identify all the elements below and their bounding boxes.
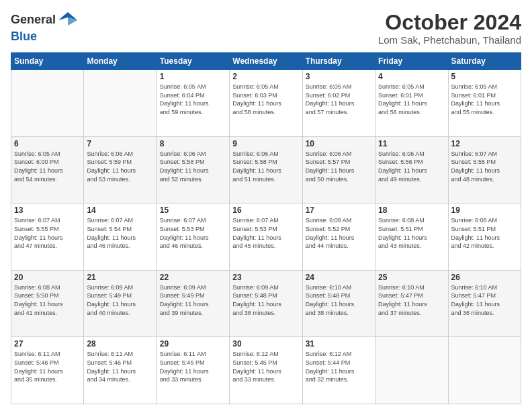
day-info-13: Sunrise: 6:07 AM Sunset: 5:55 PM Dayligh…: [14, 216, 81, 250]
day-info-3: Sunrise: 6:05 AM Sunset: 6:02 PM Dayligh…: [306, 83, 372, 116]
header: General Blue October 2024 Lom Sak, Phetc…: [11, 11, 521, 46]
logo: General Blue: [11, 11, 77, 44]
day-number-16: 16: [232, 205, 299, 215]
day-cell-4-0: 27Sunrise: 6:11 AM Sunset: 5:46 PM Dayli…: [11, 337, 84, 404]
col-thursday: Thursday: [302, 53, 375, 70]
day-cell-0-3: 2Sunrise: 6:05 AM Sunset: 6:03 PM Daylig…: [230, 70, 302, 137]
calendar-table: Sunday Monday Tuesday Wednesday Thursday…: [11, 52, 521, 404]
day-number-3: 3: [306, 72, 372, 81]
day-info-10: Sunrise: 6:06 AM Sunset: 5:57 PM Dayligh…: [306, 150, 372, 183]
day-cell-1-1: 7Sunrise: 6:06 AM Sunset: 5:59 PM Daylig…: [84, 136, 157, 203]
day-cell-1-4: 10Sunrise: 6:06 AM Sunset: 5:57 PM Dayli…: [302, 136, 375, 203]
day-info-19: Sunrise: 6:08 AM Sunset: 5:51 PM Dayligh…: [451, 216, 518, 250]
day-info-4: Sunrise: 6:05 AM Sunset: 6:01 PM Dayligh…: [378, 83, 445, 116]
day-cell-4-4: 31Sunrise: 6:12 AM Sunset: 5:44 PM Dayli…: [302, 337, 375, 404]
day-info-2: Sunrise: 6:05 AM Sunset: 6:03 PM Dayligh…: [232, 83, 299, 116]
col-wednesday: Wednesday: [230, 53, 302, 70]
week-row-1: 6Sunrise: 6:05 AM Sunset: 6:00 PM Daylig…: [11, 136, 521, 203]
day-cell-4-2: 29Sunrise: 6:11 AM Sunset: 5:45 PM Dayli…: [157, 337, 229, 404]
day-info-28: Sunrise: 6:11 AM Sunset: 5:46 PM Dayligh…: [87, 350, 153, 383]
day-number-31: 31: [306, 339, 372, 349]
day-cell-3-6: 26Sunrise: 6:10 AM Sunset: 5:47 PM Dayli…: [448, 270, 521, 337]
day-info-8: Sunrise: 6:06 AM Sunset: 5:58 PM Dayligh…: [160, 150, 226, 183]
day-info-30: Sunrise: 6:12 AM Sunset: 5:45 PM Dayligh…: [232, 350, 299, 383]
title-block: October 2024 Lom Sak, Phetchabun, Thaila…: [378, 11, 521, 46]
logo-bird-icon: [58, 11, 77, 30]
day-cell-2-0: 13Sunrise: 6:07 AM Sunset: 5:55 PM Dayli…: [11, 203, 84, 271]
calendar-header-row: Sunday Monday Tuesday Wednesday Thursday…: [11, 53, 521, 70]
day-info-25: Sunrise: 6:10 AM Sunset: 5:47 PM Dayligh…: [378, 283, 445, 317]
day-number-17: 17: [306, 205, 372, 215]
day-number-5: 5: [451, 72, 518, 81]
day-info-12: Sunrise: 6:07 AM Sunset: 5:55 PM Dayligh…: [451, 150, 518, 183]
logo-blue-text: Blue: [11, 30, 37, 43]
day-number-28: 28: [87, 339, 153, 349]
day-number-10: 10: [306, 139, 372, 148]
day-cell-0-6: 5Sunrise: 6:05 AM Sunset: 6:01 PM Daylig…: [448, 70, 521, 137]
day-info-22: Sunrise: 6:09 AM Sunset: 5:49 PM Dayligh…: [160, 283, 226, 317]
day-number-24: 24: [306, 273, 372, 282]
col-sunday: Sunday: [11, 53, 84, 70]
day-info-7: Sunrise: 6:06 AM Sunset: 5:59 PM Dayligh…: [87, 150, 153, 183]
col-monday: Monday: [84, 53, 157, 70]
logo-general-text: General: [11, 13, 56, 28]
day-info-27: Sunrise: 6:11 AM Sunset: 5:46 PM Dayligh…: [14, 350, 81, 383]
day-cell-3-5: 25Sunrise: 6:10 AM Sunset: 5:47 PM Dayli…: [375, 270, 448, 337]
day-cell-0-5: 4Sunrise: 6:05 AM Sunset: 6:01 PM Daylig…: [375, 70, 448, 137]
day-cell-1-3: 9Sunrise: 6:06 AM Sunset: 5:58 PM Daylig…: [230, 136, 302, 203]
day-info-18: Sunrise: 6:08 AM Sunset: 5:51 PM Dayligh…: [378, 216, 445, 250]
day-info-14: Sunrise: 6:07 AM Sunset: 5:54 PM Dayligh…: [87, 216, 153, 250]
day-cell-0-0: [11, 70, 84, 137]
day-info-5: Sunrise: 6:05 AM Sunset: 6:01 PM Dayligh…: [451, 83, 518, 116]
day-number-11: 11: [378, 139, 445, 148]
day-cell-0-4: 3Sunrise: 6:05 AM Sunset: 6:02 PM Daylig…: [302, 70, 375, 137]
day-cell-2-3: 16Sunrise: 6:07 AM Sunset: 5:53 PM Dayli…: [230, 203, 302, 271]
day-cell-1-5: 11Sunrise: 6:06 AM Sunset: 5:56 PM Dayli…: [375, 136, 448, 203]
day-cell-3-0: 20Sunrise: 6:08 AM Sunset: 5:50 PM Dayli…: [11, 270, 84, 337]
day-info-6: Sunrise: 6:05 AM Sunset: 6:00 PM Dayligh…: [14, 150, 81, 183]
day-info-31: Sunrise: 6:12 AM Sunset: 5:44 PM Dayligh…: [306, 350, 372, 383]
day-number-9: 9: [232, 139, 299, 148]
day-cell-3-2: 22Sunrise: 6:09 AM Sunset: 5:49 PM Dayli…: [157, 270, 229, 337]
day-cell-2-1: 14Sunrise: 6:07 AM Sunset: 5:54 PM Dayli…: [84, 203, 157, 271]
day-cell-2-6: 19Sunrise: 6:08 AM Sunset: 5:51 PM Dayli…: [448, 203, 521, 271]
day-number-27: 27: [14, 339, 81, 349]
day-number-15: 15: [160, 205, 226, 215]
col-saturday: Saturday: [448, 53, 521, 70]
day-number-4: 4: [378, 72, 445, 81]
day-cell-4-1: 28Sunrise: 6:11 AM Sunset: 5:46 PM Dayli…: [84, 337, 157, 404]
day-info-24: Sunrise: 6:10 AM Sunset: 5:48 PM Dayligh…: [306, 283, 372, 317]
day-info-21: Sunrise: 6:09 AM Sunset: 5:49 PM Dayligh…: [87, 283, 153, 317]
day-cell-0-2: 1Sunrise: 6:05 AM Sunset: 6:04 PM Daylig…: [157, 70, 229, 137]
day-cell-3-1: 21Sunrise: 6:09 AM Sunset: 5:49 PM Dayli…: [84, 270, 157, 337]
day-number-29: 29: [160, 339, 226, 349]
day-info-23: Sunrise: 6:09 AM Sunset: 5:48 PM Dayligh…: [232, 283, 299, 317]
col-tuesday: Tuesday: [157, 53, 229, 70]
day-cell-4-5: [375, 337, 448, 404]
day-cell-2-2: 15Sunrise: 6:07 AM Sunset: 5:53 PM Dayli…: [157, 203, 229, 271]
day-info-17: Sunrise: 6:08 AM Sunset: 5:52 PM Dayligh…: [306, 216, 372, 250]
day-number-6: 6: [14, 139, 81, 148]
day-number-12: 12: [451, 139, 518, 148]
day-info-11: Sunrise: 6:06 AM Sunset: 5:56 PM Dayligh…: [378, 150, 445, 183]
day-number-23: 23: [232, 273, 299, 282]
day-info-1: Sunrise: 6:05 AM Sunset: 6:04 PM Dayligh…: [160, 83, 226, 116]
day-info-20: Sunrise: 6:08 AM Sunset: 5:50 PM Dayligh…: [14, 283, 81, 317]
day-cell-4-6: [448, 337, 521, 404]
day-cell-2-5: 18Sunrise: 6:08 AM Sunset: 5:51 PM Dayli…: [375, 203, 448, 271]
day-cell-2-4: 17Sunrise: 6:08 AM Sunset: 5:52 PM Dayli…: [302, 203, 375, 271]
day-number-1: 1: [160, 72, 226, 81]
week-row-4: 27Sunrise: 6:11 AM Sunset: 5:46 PM Dayli…: [11, 337, 521, 404]
day-number-19: 19: [451, 205, 518, 215]
day-number-14: 14: [87, 205, 153, 215]
day-number-26: 26: [451, 273, 518, 282]
day-cell-1-2: 8Sunrise: 6:06 AM Sunset: 5:58 PM Daylig…: [157, 136, 229, 203]
day-number-13: 13: [14, 205, 81, 215]
month-title: October 2024: [378, 11, 521, 34]
day-info-15: Sunrise: 6:07 AM Sunset: 5:53 PM Dayligh…: [160, 216, 226, 250]
day-info-26: Sunrise: 6:10 AM Sunset: 5:47 PM Dayligh…: [451, 283, 518, 317]
day-cell-3-4: 24Sunrise: 6:10 AM Sunset: 5:48 PM Dayli…: [302, 270, 375, 337]
day-number-8: 8: [160, 139, 226, 148]
week-row-2: 13Sunrise: 6:07 AM Sunset: 5:55 PM Dayli…: [11, 203, 521, 271]
week-row-3: 20Sunrise: 6:08 AM Sunset: 5:50 PM Dayli…: [11, 270, 521, 337]
